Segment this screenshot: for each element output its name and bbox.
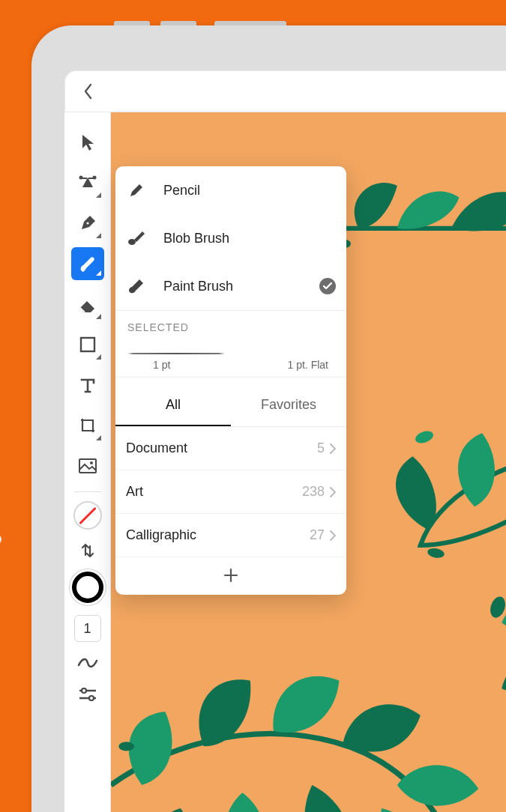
- toolbar-separator: [74, 491, 101, 492]
- no-fill-icon: [79, 506, 96, 524]
- artboard-tool[interactable]: [71, 406, 104, 445]
- workspace: 1: [64, 112, 506, 812]
- tab-favorites[interactable]: Favorites: [231, 384, 346, 426]
- hardware-button: [214, 21, 286, 25]
- category-count: 5: [317, 440, 325, 456]
- svg-point-7: [89, 696, 94, 700]
- chevron-left-icon: [83, 83, 94, 100]
- stroke-weight-value: 1: [83, 621, 91, 637]
- hardware-button: [114, 21, 150, 25]
- swap-icon: [81, 542, 94, 559]
- chevron-right-icon: [329, 443, 336, 454]
- artboard-icon: [79, 416, 97, 434]
- brush-option-paint[interactable]: Paint Brush: [115, 262, 346, 310]
- selection-tool[interactable]: [71, 123, 104, 162]
- stroke-options-button[interactable]: [71, 679, 104, 709]
- eraser-icon: [78, 296, 97, 312]
- svg-point-10: [427, 547, 445, 559]
- tablet-bezel: 1: [31, 25, 506, 812]
- selected-heading: SELECTED: [127, 321, 334, 333]
- back-button[interactable]: [76, 79, 100, 103]
- pen-icon: [79, 214, 97, 232]
- brush-label: Blob Brush: [163, 231, 336, 246]
- tab-label: All: [166, 397, 181, 412]
- swap-fill-stroke-button[interactable]: [71, 534, 104, 567]
- svg-point-12: [118, 742, 134, 751]
- brush-category-calligraphic[interactable]: Calligraphic 27: [115, 514, 346, 557]
- top-bar: [64, 70, 506, 112]
- stroke-preview: [127, 353, 225, 354]
- chevron-right-icon: [329, 487, 336, 497]
- cursor-icon: [79, 133, 96, 151]
- svg-point-9: [414, 428, 435, 445]
- stroke-tip-label: 1 pt. Flat: [288, 359, 328, 371]
- stroke-profile-button[interactable]: [71, 648, 104, 678]
- brush-option-pencil[interactable]: Pencil: [115, 166, 346, 214]
- stroke-swatch[interactable]: [72, 572, 103, 603]
- tab-label: Favorites: [261, 397, 316, 412]
- tab-all[interactable]: All: [115, 384, 231, 426]
- app-screen: 1: [64, 70, 506, 812]
- divider: [115, 377, 346, 378]
- fill-none-swatch[interactable]: [73, 501, 102, 530]
- category-label: Document: [126, 440, 187, 456]
- blob-brush-icon: [126, 230, 147, 246]
- category-label: Calligraphic: [126, 527, 196, 543]
- plus-icon: [223, 568, 238, 583]
- category-count: 27: [310, 527, 325, 543]
- brush-category-art[interactable]: Art 238: [115, 470, 346, 514]
- hardware-button: [160, 21, 196, 25]
- pencil-icon: [126, 182, 147, 199]
- place-image-tool[interactable]: [71, 446, 104, 485]
- submenu-indicator-icon: [96, 435, 101, 440]
- submenu-indicator-icon: [96, 270, 101, 276]
- chevron-right-icon: [329, 530, 336, 541]
- shape-tool[interactable]: [71, 325, 104, 364]
- direct-select-icon: [78, 175, 97, 191]
- eraser-tool[interactable]: [71, 285, 104, 324]
- brush-label: Pencil: [163, 183, 336, 199]
- svg-rect-3: [81, 338, 94, 351]
- submenu-indicator-icon: [96, 193, 101, 198]
- svg-point-6: [82, 688, 86, 693]
- paint-brush-icon: [126, 278, 147, 294]
- stroke-weight-field[interactable]: 1: [74, 615, 101, 642]
- submenu-indicator-icon: [96, 233, 101, 238]
- brush-option-blob[interactable]: Blob Brush: [115, 214, 346, 262]
- image-icon: [79, 458, 97, 473]
- pen-tool[interactable]: [71, 204, 104, 243]
- sliders-icon: [78, 688, 97, 701]
- direct-selection-tool[interactable]: [71, 163, 104, 202]
- brush-label: Paint Brush: [163, 279, 303, 294]
- svg-rect-4: [79, 459, 96, 473]
- brush-library-tabs: All Favorites: [115, 384, 346, 427]
- brush-popover: Pencil Blob Brush Paint Brush: [115, 166, 346, 595]
- type-icon: [79, 377, 96, 393]
- svg-point-11: [488, 595, 506, 619]
- home-indicator: [0, 533, 1, 545]
- svg-point-2: [86, 222, 88, 224]
- category-label: Art: [126, 484, 143, 500]
- type-tool[interactable]: [71, 366, 104, 405]
- wave-icon: [77, 658, 98, 668]
- brush-category-document[interactable]: Document 5: [115, 427, 346, 470]
- submenu-indicator-icon: [96, 354, 101, 360]
- selected-check-icon: [319, 278, 336, 294]
- svg-point-5: [90, 461, 93, 464]
- stroke-size-label: 1 pt: [153, 359, 170, 371]
- brush-tool[interactable]: [71, 247, 104, 280]
- brush-icon: [78, 254, 97, 273]
- selected-brush-section: SELECTED 1 pt 1 pt. Flat: [115, 311, 346, 377]
- submenu-indicator-icon: [96, 314, 101, 319]
- rectangle-icon: [79, 336, 96, 353]
- svg-point-0: [79, 176, 82, 180]
- left-toolbar: 1: [64, 112, 111, 812]
- add-brush-button[interactable]: [115, 557, 346, 595]
- category-count: 238: [302, 484, 325, 500]
- svg-point-1: [92, 176, 96, 180]
